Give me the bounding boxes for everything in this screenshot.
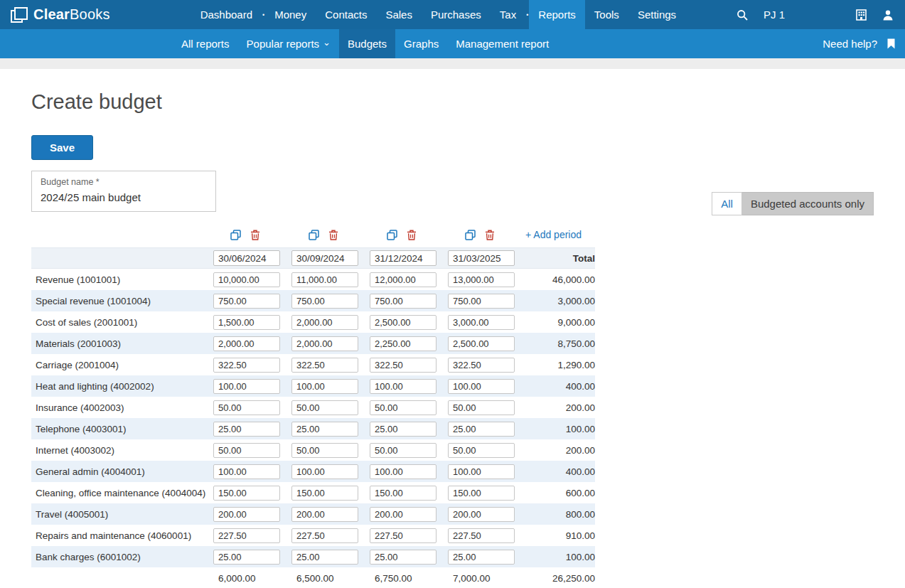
budget-amount-input[interactable]	[213, 443, 280, 458]
budget-amount-input[interactable]	[291, 422, 358, 437]
search-icon[interactable]	[737, 9, 748, 21]
budget-amount-input[interactable]	[370, 507, 437, 522]
budget-amount-input[interactable]	[370, 400, 437, 415]
budget-amount-input[interactable]	[448, 464, 515, 479]
budget-amount-input[interactable]	[370, 272, 437, 287]
nav-item-sales[interactable]: Sales	[376, 0, 422, 29]
budget-amount-input[interactable]	[291, 443, 358, 458]
budget-amount-input[interactable]	[448, 400, 515, 415]
budget-amount-input[interactable]	[370, 550, 437, 565]
delete-period-icon[interactable]	[407, 230, 417, 240]
budget-amount-input[interactable]	[213, 507, 280, 522]
budget-amount-input[interactable]	[448, 422, 515, 437]
budget-amount-input[interactable]	[291, 315, 358, 330]
budget-name-input[interactable]	[41, 191, 207, 203]
budget-amount-input[interactable]	[291, 550, 358, 565]
brand-name-bold: Clear	[33, 6, 70, 22]
budget-amount-input[interactable]	[213, 550, 280, 565]
budget-amount-input[interactable]	[448, 379, 515, 394]
budget-amount-input[interactable]	[291, 358, 358, 373]
delete-period-icon[interactable]	[328, 230, 338, 240]
period-actions-cell	[291, 230, 369, 240]
budget-amount-input[interactable]	[213, 486, 280, 501]
nav-item-reports[interactable]: Reports	[529, 0, 585, 29]
budget-amount-input[interactable]	[370, 294, 437, 309]
bookmark-icon[interactable]	[887, 38, 895, 49]
nav-item-purchases[interactable]: Purchases	[422, 0, 491, 29]
budget-amount-input[interactable]	[213, 464, 280, 479]
user-label[interactable]: PJ 1	[764, 9, 785, 21]
subnav-item-budgets[interactable]: Budgets	[339, 29, 395, 58]
budget-amount-input[interactable]	[213, 400, 280, 415]
budget-amount-input[interactable]	[291, 507, 358, 522]
need-help-link[interactable]: Need help?	[823, 38, 877, 50]
copy-period-icon[interactable]	[230, 230, 241, 240]
subnav-item-management-report[interactable]: Management report	[447, 29, 557, 58]
budget-amount-input[interactable]	[213, 336, 280, 351]
brand-logo[interactable]: ClearBooks	[0, 0, 120, 29]
nav-item-tools[interactable]: Tools	[585, 0, 628, 29]
budget-amount-input[interactable]	[213, 379, 280, 394]
budget-amount-input[interactable]	[370, 528, 437, 543]
budget-amount-input[interactable]	[448, 358, 515, 373]
budget-amount-input[interactable]	[291, 464, 358, 479]
budget-amount-input[interactable]	[370, 336, 437, 351]
budget-amount-input[interactable]	[370, 464, 437, 479]
budget-amount-input[interactable]	[291, 400, 358, 415]
nav-item-tax[interactable]: Tax	[491, 0, 525, 29]
budget-amount-input[interactable]	[448, 486, 515, 501]
budget-amount-input[interactable]	[370, 315, 437, 330]
subnav-item-popular-reports[interactable]: Popular reports⌄	[238, 29, 339, 58]
budget-amount-input[interactable]	[213, 315, 280, 330]
budget-amount-input[interactable]	[370, 422, 437, 437]
subnav-item-graphs[interactable]: Graphs	[395, 29, 447, 58]
budget-amount-input[interactable]	[213, 528, 280, 543]
budget-amount-input[interactable]	[291, 486, 358, 501]
budget-amount-input[interactable]	[448, 550, 515, 565]
copy-period-icon[interactable]	[309, 230, 319, 240]
budget-amount-input[interactable]	[448, 294, 515, 309]
budget-amount-input[interactable]	[291, 379, 358, 394]
budget-amount-input[interactable]	[448, 272, 515, 287]
budget-amount-input[interactable]	[291, 528, 358, 543]
period-date-input[interactable]	[448, 250, 515, 266]
budget-amount-input[interactable]	[213, 422, 280, 437]
save-button[interactable]: Save	[31, 135, 93, 160]
budget-amount-input[interactable]	[448, 315, 515, 330]
budget-amount-input[interactable]	[370, 486, 437, 501]
copy-period-icon[interactable]	[465, 230, 476, 240]
budget-amount-input[interactable]	[213, 358, 280, 373]
budget-amount-input[interactable]	[370, 379, 437, 394]
budget-amount-input[interactable]	[370, 358, 437, 373]
delete-period-icon[interactable]	[485, 230, 495, 240]
subnav-item-label: Management report	[456, 38, 549, 50]
budget-amount-input[interactable]	[291, 272, 358, 287]
nav-item-settings[interactable]: Settings	[628, 0, 685, 29]
budget-amount-input[interactable]	[291, 294, 358, 309]
budget-amount-input[interactable]	[213, 272, 280, 287]
table-row: Cleaning, office maintenance (4004004)60…	[31, 482, 595, 503]
add-period-button[interactable]: + Add period	[525, 229, 582, 240]
subnav-item-all-reports[interactable]: All reports	[173, 29, 238, 58]
budget-amount-input[interactable]	[370, 443, 437, 458]
budget-amount-input[interactable]	[448, 507, 515, 522]
period-date-input[interactable]	[213, 250, 280, 266]
nav-item-money[interactable]: Money	[265, 0, 316, 29]
subnav-item-label: Budgets	[348, 38, 387, 50]
building-icon[interactable]	[856, 9, 867, 21]
budget-amount-input[interactable]	[448, 528, 515, 543]
filter-all-button[interactable]: All	[712, 192, 742, 215]
nav-dot-separator: •	[262, 0, 265, 29]
budget-amount-input[interactable]	[448, 443, 515, 458]
period-date-input[interactable]	[370, 250, 437, 266]
filter-budgeted-only-button[interactable]: Budgeted accounts only	[742, 192, 874, 215]
copy-period-icon[interactable]	[387, 230, 397, 240]
budget-amount-input[interactable]	[291, 336, 358, 351]
period-date-input[interactable]	[291, 250, 358, 266]
delete-period-icon[interactable]	[250, 230, 260, 240]
nav-item-contacts[interactable]: Contacts	[316, 0, 376, 29]
nav-item-dashboard[interactable]: Dashboard	[191, 0, 262, 29]
budget-amount-input[interactable]	[448, 336, 515, 351]
user-icon[interactable]	[882, 9, 894, 21]
budget-amount-input[interactable]	[213, 294, 280, 309]
